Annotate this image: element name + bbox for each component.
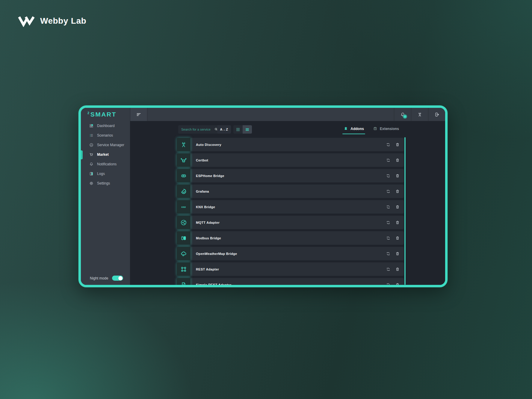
- knx-icon: KNX: [180, 203, 187, 211]
- delete-service-button[interactable]: [395, 251, 400, 256]
- delete-service-button[interactable]: [395, 173, 400, 178]
- delete-service-button[interactable]: [395, 220, 400, 225]
- refresh-icon: [386, 205, 391, 209]
- delete-service-button[interactable]: [395, 205, 400, 209]
- antenna-icon: [180, 141, 187, 148]
- refresh-service-button[interactable]: [386, 267, 391, 272]
- trash-icon: [395, 251, 400, 256]
- circuit-icon: [180, 266, 187, 273]
- list-scrollbar[interactable]: [404, 137, 406, 285]
- sidebar-item-market[interactable]: Market: [81, 150, 130, 159]
- menu-toggle-button[interactable]: [130, 108, 147, 121]
- service-row-grafana[interactable]: Grafana: [177, 185, 404, 198]
- trash-icon: [395, 267, 400, 272]
- tab-label: Extensions: [380, 127, 399, 131]
- dashboard-icon: [89, 123, 94, 128]
- delete-service-button[interactable]: [395, 267, 400, 272]
- row-actions: [386, 205, 400, 209]
- service-row-knx-bridge[interactable]: KNX KNX Bridge: [177, 200, 404, 214]
- service-row-modbus-bridge[interactable]: Modbus Bridge: [177, 231, 404, 245]
- network-icon: [180, 219, 187, 226]
- sidebar-item-label: Logs: [97, 172, 105, 176]
- row-actions: [386, 142, 400, 147]
- logout-icon: [434, 112, 440, 117]
- topbar-actions: [394, 108, 445, 121]
- grafana-icon: [180, 188, 187, 195]
- delete-service-button[interactable]: [395, 142, 400, 147]
- refresh-service-button[interactable]: [386, 142, 391, 147]
- refresh-icon: [386, 251, 391, 256]
- service-row-certbot[interactable]: Certbot: [177, 153, 404, 167]
- refresh-service-button[interactable]: [386, 189, 391, 194]
- service-row-mqtt-adapter[interactable]: MQTT Adapter: [177, 216, 404, 229]
- refresh-icon: [386, 158, 391, 163]
- notification-badge: [403, 114, 407, 119]
- tabs: Addons Extensions: [344, 126, 399, 134]
- sidebar-item-label: Dashboard: [97, 124, 115, 128]
- refresh-service-button[interactable]: [386, 205, 391, 209]
- refresh-icon: [386, 236, 391, 241]
- app-logo-sup: 2: [87, 111, 90, 115]
- robot-icon: [180, 157, 187, 164]
- service-row-esphome-bridge[interactable]: ESPHome Bridge: [177, 169, 404, 182]
- sidebar-item-notifications[interactable]: Notifications: [81, 159, 130, 169]
- delete-service-button[interactable]: [395, 236, 400, 241]
- refresh-service-button[interactable]: [386, 236, 391, 241]
- refresh-service-button[interactable]: [386, 251, 391, 256]
- tab-extensions[interactable]: Extensions: [373, 126, 399, 132]
- refresh-service-button[interactable]: [386, 173, 391, 178]
- sidebar-item-label: Market: [97, 152, 109, 157]
- sidebar-item-logs[interactable]: Logs: [81, 169, 130, 179]
- service-row-auto-discovery[interactable]: Auto Discovery: [177, 138, 404, 151]
- antenna-icon: [417, 112, 423, 117]
- chip-icon: [180, 172, 187, 179]
- sidebar-item-dashboard[interactable]: Dashboard: [81, 121, 130, 131]
- logout-button[interactable]: [428, 108, 445, 121]
- trash-icon: [395, 236, 400, 241]
- grid-view-icon: [236, 127, 240, 132]
- service-title: OpenWeatherMap Bridge: [196, 252, 237, 256]
- service-title: Grafana: [196, 190, 209, 193]
- sidebar-item-label: Settings: [97, 181, 110, 185]
- brand-word-1: Webby: [40, 16, 68, 26]
- row-actions: [386, 189, 400, 194]
- service-row-openweathermap-bridge[interactable]: OpenWeatherMap Bridge: [177, 247, 404, 260]
- service-row-rest-adapter[interactable]: REST Adapter: [177, 262, 404, 276]
- refresh-icon: [386, 220, 391, 225]
- app-window: 2 SMART Dashboard Scenarios Service Mana…: [78, 105, 448, 287]
- service-list: Auto Discovery Certbot ESPHome Bridge Gr…: [177, 138, 404, 285]
- webbylab-w-icon: [18, 15, 35, 27]
- delete-service-button[interactable]: [395, 282, 400, 285]
- scenarios-icon: [89, 133, 94, 138]
- document-icon: [180, 281, 187, 285]
- sidebar-item-settings[interactable]: Settings: [81, 179, 130, 188]
- box-icon: [373, 126, 377, 131]
- sidebar-menu: Dashboard Scenarios Service Manager Mark…: [81, 121, 130, 188]
- gear-icon: [89, 181, 94, 186]
- service-title: REST Adapter: [196, 267, 219, 271]
- row-actions: [386, 282, 400, 285]
- sidebar-item-service-manager[interactable]: Service Manager: [81, 140, 130, 150]
- refresh-icon: [386, 282, 391, 285]
- refresh-service-button[interactable]: [386, 158, 391, 163]
- sidebar-item-scenarios[interactable]: Scenarios: [81, 131, 130, 140]
- delete-service-button[interactable]: [395, 189, 400, 194]
- trash-icon: [395, 205, 400, 209]
- connection-status-button[interactable]: [411, 108, 428, 121]
- tab-addons[interactable]: Addons: [344, 126, 364, 132]
- notifications-button[interactable]: [394, 108, 411, 121]
- grid-view-button[interactable]: [233, 125, 243, 134]
- delete-service-button[interactable]: [395, 158, 400, 163]
- sidebar: 2 SMART Dashboard Scenarios Service Mana…: [81, 108, 130, 285]
- brand-word-2: Lab: [71, 16, 86, 26]
- refresh-service-button[interactable]: [386, 220, 391, 225]
- trash-icon: [395, 158, 400, 163]
- row-actions: [386, 251, 400, 256]
- sort-az-button[interactable]: A→Z: [217, 125, 231, 134]
- list-view-button[interactable]: [243, 125, 252, 134]
- service-row-simple-rest-adapter[interactable]: Simple REST Adapter: [177, 278, 404, 285]
- service-title: ESPHome Bridge: [196, 174, 224, 178]
- row-actions: [386, 220, 400, 225]
- refresh-service-button[interactable]: [386, 282, 391, 285]
- night-mode-toggle[interactable]: [112, 276, 123, 281]
